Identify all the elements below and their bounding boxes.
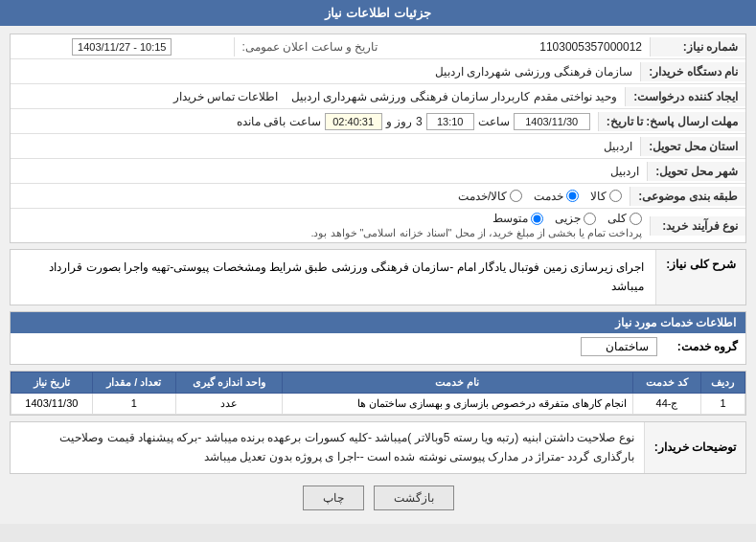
- description-section: شرح کلی نیاز: اجرای زیرسازی زمین فوتبال …: [10, 249, 746, 305]
- service-group-value: ساختمان: [581, 337, 657, 356]
- value-buyer: سازمان فرهنگی ورزشی شهرداری اردبیل: [11, 62, 640, 81]
- col-name: نام خدمت: [282, 372, 632, 393]
- radio-kala-label: کالا: [590, 190, 607, 203]
- contact-link[interactable]: اطلاعات تماس خریدار: [173, 90, 279, 103]
- radio-kala-input[interactable]: [609, 190, 622, 202]
- category-radio-group: کالا خدمت کالا/خدمت: [18, 190, 622, 203]
- notes-text: نوع صلاحیت داشتن ابنیه (رتبه ویا رسته 5و…: [11, 422, 644, 473]
- radio-jozi: جزیی: [555, 212, 596, 225]
- cell-unit: عدد: [175, 393, 282, 414]
- form-row-7: طبقه بندی موضوعی: کالا خدمت: [11, 184, 745, 209]
- service-group-row: گروه خدمت: ساختمان: [18, 337, 738, 356]
- value-deadline: 1403/11/30 ساعت 13:10 3 روز و 02:40:31 س…: [11, 110, 598, 133]
- form-row-4: مهلت ارسال پاسخ: تا تاریخ: 1403/11/30 سا…: [11, 109, 745, 134]
- cell-name: انجام کارهای متفرقه درخصوص بازسازی و بهس…: [282, 393, 632, 414]
- radio-khedmat-input[interactable]: [566, 190, 579, 202]
- label-process: نوع فرآیند خرید:: [650, 216, 745, 236]
- creator-text: وحید نواختی مقدم کاربردار سازمان فرهنگی …: [291, 90, 618, 103]
- deadline-date: 1403/11/30: [514, 113, 590, 130]
- form-row-1: شماره نیاز: 1103005357000012 تاریخ و ساع…: [11, 34, 745, 59]
- value-creator: وحید نواختی مقدم کاربردار سازمان فرهنگی …: [11, 87, 625, 106]
- page-header: جزئیات اطلاعات نیاز: [0, 0, 756, 26]
- col-index: ردیف: [700, 372, 745, 393]
- form-row-3: ایجاد کننده درخواست: وحید نواختی مقدم کا…: [11, 84, 745, 109]
- value-category: کالا خدمت کالا/خدمت: [11, 187, 630, 206]
- services-header: اطلاعات خدمات مورد نیاز: [11, 312, 745, 333]
- label-creator: ایجاد کننده درخواست:: [625, 87, 745, 106]
- remaining-label: ساعت باقی مانده: [237, 115, 321, 128]
- radio-kala-khedmat-label: کالا/خدمت: [458, 190, 507, 203]
- cell-code: ج-44: [633, 393, 701, 414]
- label-province: استان محل تحویل:: [640, 137, 745, 156]
- table-row: 1 ج-44 انجام کارهای متفرقه درخصوص بازساز…: [11, 393, 745, 414]
- deadline-inline: 1403/11/30 ساعت 13:10 3 روز و 02:40:31 س…: [18, 113, 590, 130]
- form-section: شماره نیاز: 1103005357000012 تاریخ و ساع…: [10, 34, 746, 243]
- radio-jozi-input[interactable]: [584, 213, 596, 225]
- value-province: اردبیل: [11, 137, 640, 156]
- radio-koli: کلی: [607, 212, 642, 225]
- content-area: شماره نیاز: 1103005357000012 تاریخ و ساع…: [0, 26, 756, 524]
- services-table: ردیف کد خدمت نام خدمت واحد اندازه گیری ت…: [11, 372, 745, 415]
- radio-motavasset: متوسط: [493, 212, 543, 225]
- radio-khedmat: خدمت: [534, 190, 579, 203]
- button-row: بازگشت چاپ: [10, 480, 746, 516]
- col-qty: تعداد / مقدار: [92, 372, 175, 393]
- print-button[interactable]: چاپ: [303, 486, 364, 510]
- label-category: طبقه بندی موضوعی:: [630, 187, 745, 206]
- label-date: تاریخ و ساعت اعلان عمومی:: [234, 37, 386, 56]
- value-number: 1103005357000012: [385, 37, 650, 56]
- radio-koli-label: کلی: [607, 212, 627, 225]
- radio-koli-input[interactable]: [630, 213, 642, 225]
- label-buyer: نام دستگاه خریدار:: [640, 62, 745, 81]
- back-button[interactable]: بازگشت: [374, 486, 454, 510]
- process-radio-group: کلی جزیی متوسط: [18, 212, 642, 225]
- table-header-row: ردیف کد خدمت نام خدمت واحد اندازه گیری ت…: [11, 372, 745, 393]
- form-row-8: نوع فرآیند خرید: کلی جزیی: [11, 209, 745, 242]
- deadline-time: 13:10: [426, 113, 474, 130]
- form-row-5: استان محل تحویل: اردبیل: [11, 134, 745, 159]
- value-date: 1403/11/27 - 10:15: [11, 37, 234, 56]
- radio-kala-khedmat: کالا/خدمت: [458, 190, 522, 203]
- description-text: اجرای زیرسازی زمین فوتبال یادگار امام -س…: [11, 250, 655, 305]
- label-city: شهر محل تحویل:: [647, 162, 745, 181]
- col-unit: واحد اندازه گیری: [175, 372, 282, 393]
- page-title: جزئیات اطلاعات نیاز: [325, 6, 430, 20]
- service-group-label: گروه خدمت:: [661, 340, 738, 353]
- services-content: گروه خدمت: ساختمان: [11, 333, 745, 364]
- radio-kala-khedmat-input[interactable]: [510, 190, 522, 202]
- cell-qty: 1: [92, 393, 175, 414]
- process-note: پرداخت تمام یا بخشی از مبلغ خرید، از محل…: [18, 227, 642, 239]
- radio-khedmat-label: خدمت: [534, 190, 563, 203]
- day-label: روز و: [386, 115, 412, 128]
- notes-label: توضیحات خریدار:: [644, 422, 745, 473]
- services-section: اطلاعات خدمات مورد نیاز گروه خدمت: ساختم…: [10, 311, 746, 365]
- label-number: شماره نیاز:: [650, 37, 745, 56]
- date-input-box: 1403/11/27 - 10:15: [72, 38, 172, 56]
- main-container: جزئیات اطلاعات نیاز شماره نیاز: 11030053…: [0, 0, 756, 542]
- label-deadline: مهلت ارسال پاسخ: تا تاریخ:: [598, 112, 745, 131]
- value-process: کلی جزیی متوسط پرداخت تمام یا بخشی: [11, 209, 650, 242]
- radio-motavasset-input[interactable]: [531, 213, 543, 225]
- radio-motavasset-label: متوسط: [493, 212, 528, 225]
- cell-date: 1403/11/30: [11, 393, 93, 414]
- services-table-container: ردیف کد خدمت نام خدمت واحد اندازه گیری ت…: [10, 371, 746, 416]
- remaining-time: 02:40:31: [325, 113, 382, 130]
- radio-jozi-label: جزیی: [555, 212, 581, 225]
- radio-kala: کالا: [590, 190, 622, 203]
- col-code: کد خدمت: [633, 372, 701, 393]
- col-date: تاریخ نیاز: [11, 372, 93, 393]
- notes-section: توضیحات خریدار: نوع صلاحیت داشتن ابنیه (…: [10, 421, 746, 474]
- description-label: شرح کلی نیاز:: [655, 250, 745, 305]
- time-label: ساعت: [478, 115, 510, 128]
- cell-index: 1: [700, 393, 745, 414]
- value-city: اردبیل: [11, 162, 647, 181]
- days-value: 3: [416, 115, 423, 128]
- form-row-6: شهر محل تحویل: اردبیل: [11, 159, 745, 184]
- form-row-2: نام دستگاه خریدار: سازمان فرهنگی ورزشی ش…: [11, 59, 745, 84]
